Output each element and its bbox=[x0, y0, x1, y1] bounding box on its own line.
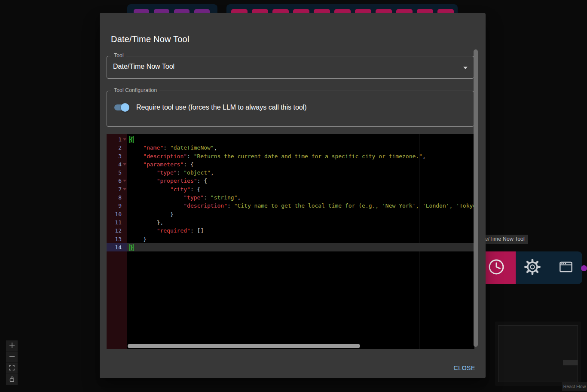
dialog-title: Date/Time Now Tool bbox=[111, 34, 190, 44]
code-line[interactable]: "parameters": { bbox=[127, 160, 474, 168]
zoom-out-button[interactable] bbox=[6, 352, 18, 363]
line-number: 10 bbox=[107, 210, 127, 218]
line-number: 4 bbox=[107, 160, 127, 168]
line-number: 3 bbox=[107, 152, 127, 160]
fold-arrow-icon[interactable] bbox=[123, 180, 126, 182]
dialog-scrollbar[interactable] bbox=[474, 49, 478, 347]
line-number: 1 bbox=[107, 135, 127, 144]
minus-icon bbox=[9, 353, 15, 361]
code-line[interactable]: "name": "dateTimeNow", bbox=[127, 144, 474, 152]
require-tool-switch[interactable] bbox=[113, 103, 130, 112]
tool-cell-window[interactable] bbox=[549, 251, 582, 284]
tool-node[interactable] bbox=[477, 251, 582, 284]
code-line[interactable]: "required": [] bbox=[127, 227, 474, 235]
fit-view-button[interactable] bbox=[6, 363, 18, 374]
zoom-in-button[interactable] bbox=[6, 340, 18, 352]
tool-configuration-legend: Tool Configuration bbox=[111, 87, 159, 93]
tool-configuration-group: Tool Configuration Require tool use (for… bbox=[107, 91, 474, 127]
minimap-viewport bbox=[498, 325, 578, 382]
line-number: 8 bbox=[107, 193, 127, 202]
code-line[interactable]: { bbox=[127, 135, 474, 144]
fold-arrow-icon[interactable] bbox=[123, 188, 126, 190]
gear-icon bbox=[523, 257, 542, 278]
code-line[interactable]: "description": "Returns the current date… bbox=[127, 152, 474, 160]
line-number: 12 bbox=[107, 227, 127, 235]
require-tool-row: Require tool use (forces the LLM to alwa… bbox=[113, 103, 307, 112]
flow-controls bbox=[6, 340, 18, 385]
code-area[interactable]: { "name": "dateTimeNow", "description": … bbox=[127, 134, 474, 349]
switch-thumb bbox=[121, 103, 129, 112]
code-line[interactable]: "city": { bbox=[127, 185, 474, 193]
tool-select-value: Date/Time Now Tool bbox=[113, 63, 174, 70]
minimap-node bbox=[563, 360, 578, 365]
code-line[interactable]: } bbox=[127, 210, 474, 218]
fit-view-icon bbox=[9, 365, 15, 372]
code-line[interactable]: } bbox=[127, 243, 474, 251]
code-line[interactable]: "properties": { bbox=[127, 177, 474, 185]
plus-icon bbox=[9, 342, 15, 349]
chevron-down-icon bbox=[463, 67, 468, 69]
close-button[interactable]: CLOSE bbox=[449, 361, 480, 375]
fold-arrow-icon[interactable] bbox=[123, 138, 126, 141]
code-line[interactable]: } bbox=[127, 235, 474, 243]
tool-cell-gear[interactable] bbox=[516, 251, 549, 284]
code-line[interactable]: "type": "object", bbox=[127, 168, 474, 177]
code-line[interactable]: "description": "City name to get the loc… bbox=[127, 202, 474, 210]
unlock-icon bbox=[9, 376, 15, 383]
line-number: 5 bbox=[107, 168, 127, 177]
tool-select[interactable]: Tool Date/Time Now Tool bbox=[107, 56, 474, 79]
line-number: 2 bbox=[107, 144, 127, 152]
app-root: { "dialog": { "title": "Date/Time Now To… bbox=[0, 0, 587, 392]
minimap[interactable] bbox=[495, 322, 581, 386]
line-number: 14 bbox=[107, 243, 127, 251]
attribution-link[interactable]: React Flow bbox=[562, 382, 587, 391]
code-line[interactable]: "type": "string", bbox=[127, 193, 474, 202]
editor-horizontal-scrollbar[interactable] bbox=[128, 344, 360, 348]
clock-icon bbox=[487, 258, 505, 278]
fold-arrow-icon[interactable] bbox=[123, 163, 126, 165]
line-number: 9 bbox=[107, 202, 127, 210]
line-number: 13 bbox=[107, 235, 127, 243]
code-line[interactable]: }, bbox=[127, 218, 474, 227]
require-tool-label: Require tool use (forces the LLM to alwa… bbox=[136, 104, 307, 111]
line-number: 7 bbox=[107, 185, 127, 193]
tool-config-dialog: Date/Time Now Tool Tool Date/Time Now To… bbox=[100, 13, 486, 378]
line-number: 6 bbox=[107, 177, 127, 185]
editor-gutter[interactable]: 1234567891011121314 bbox=[107, 134, 127, 349]
lock-button[interactable] bbox=[6, 374, 18, 385]
tool-select-label: Tool bbox=[111, 52, 126, 58]
window-icon bbox=[557, 258, 575, 278]
node-output-handle[interactable] bbox=[581, 265, 587, 271]
json-code-editor[interactable]: { "name": "dateTimeNow", "description": … bbox=[107, 134, 474, 349]
line-number: 11 bbox=[107, 218, 127, 227]
